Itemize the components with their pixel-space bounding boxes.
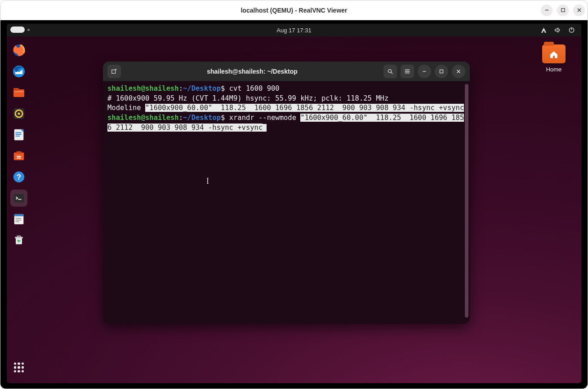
- files-icon[interactable]: [10, 84, 27, 101]
- terminal-title: shailesh@shailesh: ~/Desktop: [125, 68, 380, 75]
- minimize-button[interactable]: [541, 4, 552, 16]
- clock-label[interactable]: Aug 17 17:31: [276, 27, 311, 34]
- svg-rect-15: [16, 136, 20, 137]
- svg-text:?: ?: [17, 173, 21, 181]
- modeline-prefix: Modeline: [107, 104, 145, 112]
- home-folder-icon: [542, 44, 566, 63]
- terminal-icon[interactable]: [10, 190, 27, 207]
- text-editor-icon[interactable]: [10, 211, 27, 228]
- cmd-xrandr: xrandr --newmode: [229, 114, 301, 122]
- terminal-titlebar[interactable]: shailesh@shailesh: ~/Desktop: [103, 62, 470, 81]
- prompt-dollar: $: [221, 84, 229, 93]
- activities-indicator: [10, 27, 25, 33]
- vnc-titlebar[interactable]: localhost (QEMU) - RealVNC Viewer: [0, 0, 588, 20]
- prompt-dollar-2: $: [221, 114, 229, 122]
- svg-rect-17: [16, 151, 21, 154]
- svg-rect-33: [405, 71, 410, 72]
- firefox-icon[interactable]: [10, 42, 27, 59]
- terminal-scrollbar[interactable]: [465, 84, 468, 318]
- power-icon: [568, 27, 575, 34]
- gnome-topbar[interactable]: Aug 17 17:31: [7, 24, 581, 36]
- maximize-button[interactable]: [557, 4, 569, 16]
- terminal-output[interactable]: shailesh@shailesh:~/Desktop$ cvt 1600 90…: [103, 81, 470, 324]
- ubuntu-dock: ?: [7, 36, 31, 383]
- network-icon: [540, 27, 547, 34]
- svg-rect-3: [571, 27, 572, 30]
- activities-pill[interactable]: [10, 27, 30, 33]
- modeline-selection[interactable]: "1600x900_60.00" 118.25 1600 1696 1856 2…: [145, 104, 464, 112]
- svg-rect-24: [16, 218, 22, 219]
- desktop-home-folder[interactable]: Home: [538, 44, 570, 73]
- svg-rect-35: [423, 71, 426, 71]
- svg-rect-30: [112, 70, 116, 73]
- prompt-colon: :: [179, 84, 183, 93]
- prompt-path: ~/Desktop: [183, 84, 221, 93]
- close-button[interactable]: [573, 4, 585, 16]
- remote-screen-frame: Aug 17 17:31: [0, 20, 588, 389]
- show-applications-icon[interactable]: [10, 359, 27, 376]
- hamburger-menu-button[interactable]: [401, 65, 414, 78]
- prompt-user-2: shailesh@shailesh: [107, 114, 179, 122]
- cmd-cvt: cvt 1600 900: [229, 84, 280, 93]
- libreoffice-writer-icon[interactable]: [10, 126, 27, 143]
- trash-icon[interactable]: [10, 232, 27, 249]
- help-icon[interactable]: ?: [10, 168, 27, 186]
- vnc-viewer-window: localhost (QEMU) - RealVNC Viewer Aug 17…: [0, 0, 588, 389]
- svg-rect-23: [14, 214, 24, 217]
- thunderbird-icon[interactable]: [10, 63, 27, 80]
- vnc-window-controls: [541, 4, 585, 16]
- svg-rect-34: [405, 72, 410, 73]
- svg-rect-8: [14, 91, 23, 92]
- new-tab-button[interactable]: [107, 65, 121, 78]
- prompt-colon-2: :: [179, 114, 183, 122]
- svg-rect-21: [18, 199, 22, 200]
- svg-rect-25: [16, 220, 22, 221]
- terminal-minimize-button[interactable]: [418, 65, 431, 78]
- svg-rect-26: [16, 221, 19, 222]
- volume-icon: [554, 27, 561, 34]
- system-status-area[interactable]: [540, 27, 575, 34]
- svg-rect-36: [440, 70, 443, 73]
- ubuntu-desktop[interactable]: Aug 17 17:31: [7, 24, 581, 383]
- rhythmbox-icon[interactable]: [10, 105, 27, 122]
- cvt-output-1: # 1600x900 59.95 Hz (CVT 1.44M9) hsync: …: [107, 94, 388, 102]
- svg-rect-14: [16, 134, 22, 135]
- vnc-title: localhost (QEMU) - RealVNC Viewer: [241, 7, 347, 14]
- terminal-cursor: [263, 124, 267, 132]
- workspace-dot: [27, 29, 30, 31]
- prompt-path-2: ~/Desktop: [183, 114, 221, 122]
- terminal-close-button[interactable]: [452, 65, 465, 78]
- software-store-icon[interactable]: [10, 147, 27, 164]
- svg-rect-28: [15, 237, 23, 239]
- svg-rect-20: [14, 194, 24, 203]
- svg-rect-1: [561, 9, 564, 12]
- terminal-maximize-button[interactable]: [435, 65, 448, 78]
- search-button[interactable]: [383, 65, 397, 78]
- svg-rect-13: [16, 132, 22, 133]
- home-folder-label: Home: [538, 66, 570, 73]
- svg-rect-7: [13, 88, 19, 91]
- prompt-user: shailesh@shailesh: [107, 84, 179, 93]
- svg-rect-32: [405, 69, 410, 70]
- terminal-window[interactable]: shailesh@shailesh: ~/Desktop: [103, 62, 470, 324]
- svg-point-31: [388, 69, 392, 72]
- svg-rect-0: [545, 10, 548, 10]
- svg-point-11: [18, 113, 20, 115]
